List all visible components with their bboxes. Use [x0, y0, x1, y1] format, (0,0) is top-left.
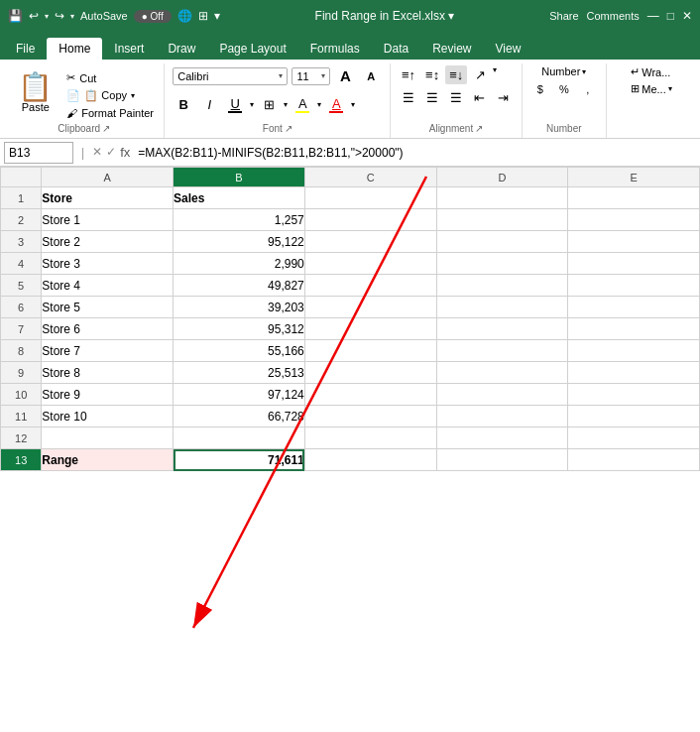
cell-e2[interactable] [568, 209, 700, 231]
cell-d4[interactable] [436, 253, 568, 275]
row-header-6[interactable]: 6 [1, 297, 42, 318]
cell-b1[interactable]: Sales [174, 187, 305, 209]
share-button[interactable]: Share [549, 10, 578, 22]
cell-b2[interactable]: 1,257 [174, 209, 305, 231]
cell-a1[interactable]: Store [42, 187, 174, 209]
highlight-button[interactable]: A [292, 94, 313, 115]
cell-a13[interactable]: Range [42, 449, 174, 471]
cell-e12[interactable] [568, 427, 700, 449]
spreadsheet-container[interactable]: A B C D E 1StoreSales2Store 11,2573Store… [0, 167, 700, 732]
copy-button[interactable]: 📄 📋 Copy ▾ [62, 87, 158, 104]
customize-icon[interactable]: ▾ [214, 9, 220, 23]
col-header-b[interactable]: B [174, 168, 305, 187]
bold-button[interactable]: B [173, 95, 194, 114]
cell-a3[interactable]: Store 2 [42, 231, 174, 253]
merge-dropdown[interactable]: ▾ [668, 84, 672, 93]
cell-e13[interactable] [568, 449, 700, 471]
row-header-7[interactable]: 7 [1, 318, 42, 340]
row-header-12[interactable]: 12 [1, 427, 42, 449]
format-painter-button[interactable]: 🖌 Format Painter [62, 105, 158, 121]
cell-c2[interactable] [304, 209, 436, 231]
cell-e3[interactable] [568, 231, 700, 253]
number-format-dropdown[interactable]: ▾ [582, 67, 586, 76]
cell-a9[interactable]: Store 8 [42, 362, 174, 384]
cell-c5[interactable] [304, 275, 436, 297]
align-top-button[interactable]: ≡↑ [398, 65, 419, 84]
cell-a5[interactable]: Store 4 [42, 275, 174, 297]
cell-b13[interactable]: 71,611 [174, 449, 305, 471]
font-shrink-button[interactable]: A [360, 68, 382, 84]
copy-dropdown[interactable]: ▾ [131, 91, 135, 100]
cell-b7[interactable]: 95,312 [174, 318, 305, 340]
cell-d2[interactable] [436, 209, 568, 231]
cell-c9[interactable] [304, 362, 436, 384]
cell-c4[interactable] [304, 253, 436, 275]
cell-b6[interactable]: 39,203 [174, 297, 305, 318]
highlight-dropdown[interactable]: ▾ [317, 100, 321, 109]
row-header-8[interactable]: 8 [1, 340, 42, 362]
font-color-button[interactable]: A [325, 94, 347, 115]
italic-button[interactable]: I [198, 95, 220, 114]
cell-a8[interactable]: Store 7 [42, 340, 174, 362]
cell-d5[interactable] [436, 275, 568, 297]
cell-e7[interactable] [568, 318, 700, 340]
comments-button[interactable]: Comments [587, 10, 640, 22]
cell-reference-box[interactable]: B13 [4, 142, 73, 164]
font-size-selector[interactable]: 11 ▾ [292, 67, 330, 85]
cell-c11[interactable] [304, 406, 436, 427]
cell-e6[interactable] [568, 297, 700, 318]
cell-d10[interactable] [436, 384, 568, 406]
row-header-13[interactable]: 13 [1, 449, 42, 471]
row-header-4[interactable]: 4 [1, 253, 42, 275]
wrap-text-label[interactable]: Wra... [642, 66, 670, 78]
paste-button[interactable]: 📋 Paste [10, 65, 60, 121]
cell-c8[interactable] [304, 340, 436, 362]
tab-data[interactable]: Data [372, 38, 420, 60]
cell-b4[interactable]: 2,990 [174, 253, 305, 275]
underline-button[interactable]: U [224, 94, 246, 115]
cell-d12[interactable] [436, 427, 568, 449]
formula-content[interactable]: =MAX(B2:B11)-MINIFS(B2:B11,B2:B11,">2000… [134, 146, 696, 160]
font-expand[interactable]: ↗ [285, 123, 292, 134]
cell-d6[interactable] [436, 297, 568, 318]
align-bottom-button[interactable]: ≡↓ [445, 65, 467, 84]
cell-c13[interactable] [304, 449, 436, 471]
cell-b9[interactable]: 25,513 [174, 362, 305, 384]
confirm-formula-icon[interactable]: ✓ [106, 145, 116, 160]
row-header-3[interactable]: 3 [1, 231, 42, 253]
alignment-expand[interactable]: ↗ [475, 123, 483, 134]
cell-b12[interactable] [174, 427, 305, 449]
insert-function-icon[interactable]: fx [120, 145, 130, 160]
row-header-9[interactable]: 9 [1, 362, 42, 384]
align-middle-button[interactable]: ≡↕ [421, 65, 443, 84]
cell-a11[interactable]: Store 10 [42, 406, 174, 427]
cell-b10[interactable]: 97,124 [174, 384, 305, 406]
cell-e11[interactable] [568, 406, 700, 427]
cell-b3[interactable]: 95,122 [174, 231, 305, 253]
col-header-c[interactable]: C [304, 168, 436, 187]
cell-c10[interactable] [304, 384, 436, 406]
underline-dropdown[interactable]: ▾ [250, 100, 254, 109]
close-button[interactable]: ✕ [682, 9, 692, 23]
row-header-11[interactable]: 11 [1, 406, 42, 427]
merge-label[interactable]: Me... [642, 83, 665, 95]
cell-e9[interactable] [568, 362, 700, 384]
align-center-button[interactable]: ☰ [421, 88, 443, 107]
percent-button[interactable]: % [553, 81, 575, 97]
cell-e8[interactable] [568, 340, 700, 362]
cell-a7[interactable]: Store 6 [42, 318, 174, 340]
align-left-button[interactable]: ☰ [398, 88, 419, 107]
undo-icon[interactable]: ↩ [29, 9, 39, 23]
cell-b11[interactable]: 66,728 [174, 406, 305, 427]
row-header-1[interactable]: 1 [1, 187, 42, 209]
cell-c12[interactable] [304, 427, 436, 449]
font-color-dropdown[interactable]: ▾ [351, 100, 355, 109]
tab-draw[interactable]: Draw [156, 38, 207, 60]
maximize-button[interactable]: □ [667, 9, 674, 23]
redo-dropdown[interactable]: ▾ [70, 12, 74, 21]
redo-icon[interactable]: ↪ [55, 9, 64, 23]
font-name-selector[interactable]: Calibri ▾ [173, 67, 288, 85]
cell-d3[interactable] [436, 231, 568, 253]
cell-e4[interactable] [568, 253, 700, 275]
cell-e5[interactable] [568, 275, 700, 297]
